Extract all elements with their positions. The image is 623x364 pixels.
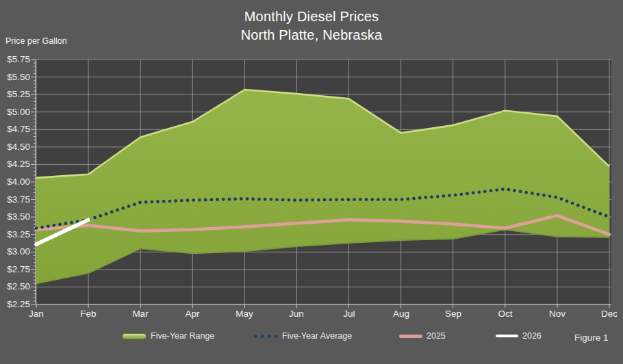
y-tick-label: $4.25 [0, 159, 30, 170]
five-year-range-swatch-icon [122, 333, 147, 339]
y-tick-label: $4.00 [0, 177, 30, 187]
y-tick-label: $3.00 [0, 246, 30, 257]
y-tick-label: $3.25 [0, 229, 30, 240]
line-2026-swatch-icon [496, 335, 518, 338]
y-tick-label: $2.50 [0, 281, 30, 292]
x-tick-label: Sep [431, 309, 475, 320]
legend-item-2026: 2026 [496, 330, 542, 341]
y-tick-label: $4.75 [0, 124, 30, 135]
y-tick-label: $3.50 [0, 211, 30, 222]
legend-item-2025: 2025 [399, 330, 446, 341]
figure-caption: Figure 1 [574, 333, 609, 343]
x-tick-label: Apr [170, 309, 214, 320]
x-tick-label: Feb [66, 309, 110, 320]
five-year-average-swatch-icon [254, 335, 278, 338]
y-tick-label: $5.00 [0, 107, 30, 118]
legend-item-five-year-range: Five-Year Range [122, 330, 214, 341]
x-tick-label: Mar [118, 309, 162, 320]
y-tick-label: $4.50 [0, 142, 30, 153]
chart-figure: Monthly Diesel Prices North Platte, Nebr… [0, 0, 623, 364]
x-tick-label: Jan [14, 309, 58, 320]
y-tick-label: $3.75 [0, 194, 30, 205]
x-tick-label: Nov [535, 309, 579, 320]
x-tick-label: May [222, 309, 266, 320]
legend-item-five-year-average: Five-Year Average [254, 330, 352, 341]
y-tick-label: $5.50 [0, 72, 30, 83]
x-tick-label: Dec [587, 309, 623, 320]
x-tick-label: Aug [379, 309, 423, 320]
y-tick-label: $5.25 [0, 89, 30, 100]
legend-label-five-year-range: Five-Year Range [151, 331, 214, 341]
y-tick-label: $2.75 [0, 264, 30, 275]
line-2025-swatch-icon [399, 335, 422, 338]
legend-label-2025: 2025 [427, 331, 446, 341]
x-tick-label: Jun [275, 309, 318, 320]
x-tick-label: Oct [483, 309, 527, 320]
x-tick-label: Jul [327, 309, 371, 320]
y-tick-label: $5.75 [0, 54, 30, 65]
legend-label-five-year-average: Five-Year Average [282, 331, 352, 341]
legend-label-2026: 2026 [522, 331, 542, 341]
